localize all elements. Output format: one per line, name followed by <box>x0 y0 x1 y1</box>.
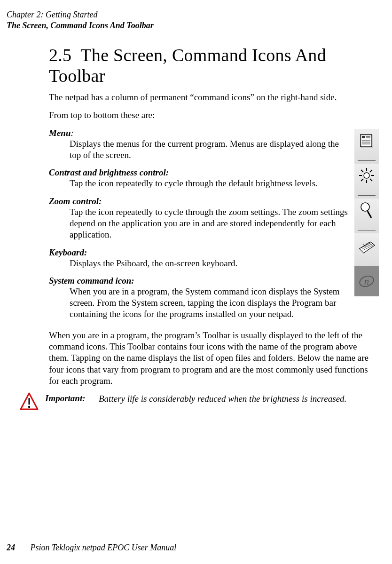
svg-line-15 <box>361 179 363 181</box>
tail-paragraph: When you are in a program, the program’s… <box>49 330 379 387</box>
separator <box>358 160 376 161</box>
warning-icon <box>20 392 39 411</box>
desc-keyboard: Displays the Psiboard, the on-screen key… <box>70 258 350 269</box>
svg-text:n: n <box>364 275 369 286</box>
svg-point-31 <box>28 406 30 408</box>
definition-list: Menu: Displays the menus for the current… <box>49 128 350 320</box>
command-icon-cell-menu <box>354 129 379 164</box>
separator <box>358 195 376 196</box>
svg-point-8 <box>364 173 369 178</box>
manual-title: Psion Teklogix netpad EPOC User Manual <box>31 543 177 552</box>
svg-rect-1 <box>362 136 365 138</box>
section-name: The Screen, Command Icons And Toolbar <box>7 20 379 31</box>
system-icon: n <box>358 272 376 290</box>
command-icons-column: n <box>354 129 379 296</box>
command-icon-cell-brightness <box>354 164 379 199</box>
running-header: Chapter 2: Getting Started The Screen, C… <box>7 9 379 31</box>
important-note: Important: Battery life is considerably … <box>49 393 379 412</box>
command-icon-cell-keyboard <box>354 233 379 266</box>
svg-line-19 <box>368 211 371 218</box>
important-label: Important: <box>45 393 92 404</box>
term-menu: Menu: <box>49 128 350 138</box>
keyboard-icon <box>358 236 376 259</box>
term-system: System command icon: <box>49 276 350 286</box>
section-heading: 2.5 The Screen, Command Icons And Toolba… <box>49 45 379 86</box>
section-number: 2.5 <box>49 45 71 65</box>
intro-paragraph-1: The netpad has a column of permanent “co… <box>49 92 379 103</box>
page-number: 24 <box>7 543 28 553</box>
separator <box>358 230 376 230</box>
svg-point-17 <box>361 203 369 211</box>
svg-line-14 <box>370 179 372 181</box>
term-zoom: Zoom control: <box>49 196 350 207</box>
desc-zoom: Tap the icon repeatedly to cycle through… <box>70 207 350 241</box>
svg-point-18 <box>362 204 365 207</box>
svg-line-13 <box>361 170 363 172</box>
desc-system: When you are in a program, the System co… <box>70 286 350 320</box>
svg-line-16 <box>370 170 372 172</box>
section-title-text: The Screen, Command Icons And Toolbar <box>49 45 326 86</box>
chapter-name: Chapter 2: Getting Started <box>7 9 379 20</box>
page-footer: 24 Psion Teklogix netpad EPOC User Manua… <box>7 543 176 553</box>
term-contrast: Contrast and brightness control: <box>49 167 350 178</box>
important-body: Battery life is considerably reduced whe… <box>99 393 346 405</box>
magnifier-icon <box>358 201 376 219</box>
brightness-icon <box>358 167 376 184</box>
term-keyboard: Keyboard: <box>49 247 350 258</box>
command-icon-cell-system: n <box>354 266 379 296</box>
desc-contrast: Tap the icon repeatedly to cycle through… <box>70 178 350 189</box>
intro-paragraph-2: From top to bottom these are: <box>49 110 379 121</box>
command-icon-cell-zoom <box>354 199 379 233</box>
menu-icon <box>358 132 376 150</box>
desc-menu: Displays the menus for the current progr… <box>70 138 350 161</box>
